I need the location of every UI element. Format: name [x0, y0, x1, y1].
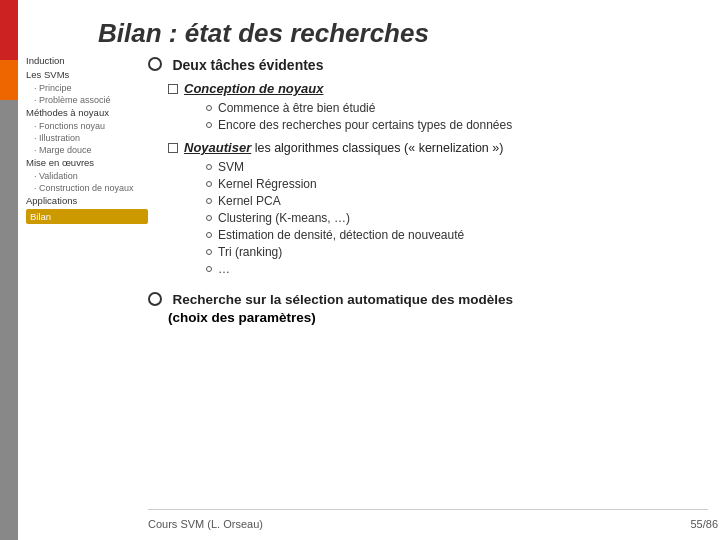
level1-text-2: Recherche sur la sélection automatique d…: [172, 292, 513, 307]
footer-left: Cours SVM (L. Orseau): [148, 518, 263, 530]
nav-item-principe[interactable]: · Principe: [26, 83, 148, 93]
level2-bullet-1: [168, 84, 178, 94]
footer-right: 55/86: [690, 518, 718, 530]
block1-item-2-text: Encore des recherches pour certains type…: [218, 118, 512, 132]
block1-item-2: Encore des recherches pour certains type…: [206, 118, 708, 132]
block2-heading-prefix: Noyautiser: [184, 140, 251, 155]
block2-item-6-text: Tri (ranking): [218, 245, 282, 259]
level3-bullet-b3: [206, 198, 212, 204]
nav-item-svms[interactable]: Les SVMs: [26, 69, 148, 80]
page-title: Bilan : état des recherches: [18, 0, 720, 59]
block2-item-7: …: [206, 262, 708, 276]
block2-item-5-text: Estimation de densité, détection de nouv…: [218, 228, 464, 242]
block2-heading-suffix: les algorithmes classiques (« kernelizat…: [251, 141, 503, 155]
nav-item-illustration[interactable]: · Illustration: [26, 133, 148, 143]
block2-item-3-text: Kernel PCA: [218, 194, 281, 208]
block1-items: Commence à être bien étudié Encore des r…: [206, 101, 708, 132]
nav-item-bilan[interactable]: Bilan: [26, 209, 148, 224]
block2-item-1-text: SVM: [218, 160, 244, 174]
block2-item-5: Estimation de densité, détection de nouv…: [206, 228, 708, 242]
nav-item-induction[interactable]: Induction: [26, 55, 148, 66]
footer-separator: [148, 509, 708, 510]
level3-bullet-b1: [206, 164, 212, 170]
block1-heading: Conception de noyaux: [184, 81, 323, 96]
block2-item-7-text: …: [218, 262, 230, 276]
level2-bullet-2: [168, 143, 178, 153]
block1-heading-row: Conception de noyaux: [168, 81, 708, 96]
footer: Cours SVM (L. Orseau) 55/86: [148, 518, 718, 530]
block2-item-2-text: Kernel Régression: [218, 177, 317, 191]
content-area: Deux tâches évidentes Conception de noya…: [148, 55, 718, 334]
nav-item-construction[interactable]: · Construction de noyaux: [26, 183, 148, 193]
level3-bullet-b5: [206, 232, 212, 238]
level1-item-1: Deux tâches évidentes: [148, 55, 708, 73]
nav-item-miseenoeuvres[interactable]: Mise en œuvres: [26, 157, 148, 168]
block2-item-6: Tri (ranking): [206, 245, 708, 259]
level1-bullet-1: [148, 57, 162, 71]
block2-item-2: Kernel Régression: [206, 177, 708, 191]
level1-text-1: Deux tâches évidentes: [172, 57, 323, 73]
level3-bullet-2: [206, 122, 212, 128]
block2-heading-row: Noyautiser les algorithmes classiques («…: [168, 140, 708, 155]
nav-item-validation[interactable]: · Validation: [26, 171, 148, 181]
level3-bullet-b2: [206, 181, 212, 187]
level3-bullet-1: [206, 105, 212, 111]
main-content: Bilan : état des recherches Induction Le…: [18, 0, 720, 540]
level1-item-2: Recherche sur la sélection automatique d…: [148, 290, 708, 326]
block-conception: Conception de noyaux Commence à être bie…: [168, 81, 708, 132]
level1-sub-text: (choix des paramètres): [168, 310, 316, 325]
block-noyautiser: Noyautiser les algorithmes classiques («…: [168, 140, 708, 276]
nav-item-fonctions[interactable]: · Fonctions noyau: [26, 121, 148, 131]
block2-heading: Noyautiser les algorithmes classiques («…: [184, 140, 503, 155]
block2-item-4-text: Clustering (K-means, …): [218, 211, 350, 225]
nav-panel: Induction Les SVMs · Principe · Problème…: [18, 55, 148, 227]
block2-items: SVM Kernel Régression Kernel PCA Cluster…: [206, 160, 708, 276]
block2-item-4: Clustering (K-means, …): [206, 211, 708, 225]
level1-bullet-2: [148, 292, 162, 306]
block2-item-1: SVM: [206, 160, 708, 174]
level3-bullet-b7: [206, 266, 212, 272]
nav-item-probleme[interactable]: · Problème associé: [26, 95, 148, 105]
block2-item-3: Kernel PCA: [206, 194, 708, 208]
nav-item-methodes[interactable]: Méthodes à noyaux: [26, 107, 148, 118]
block1-item-1: Commence à être bien étudié: [206, 101, 708, 115]
block1-item-1-text: Commence à être bien étudié: [218, 101, 375, 115]
sidebar-decoration: [0, 0, 18, 540]
nav-item-marge[interactable]: · Marge douce: [26, 145, 148, 155]
level3-bullet-b4: [206, 215, 212, 221]
nav-item-applications[interactable]: Applications: [26, 195, 148, 206]
block1-heading-text: Conception de noyaux: [184, 81, 323, 96]
level3-bullet-b6: [206, 249, 212, 255]
